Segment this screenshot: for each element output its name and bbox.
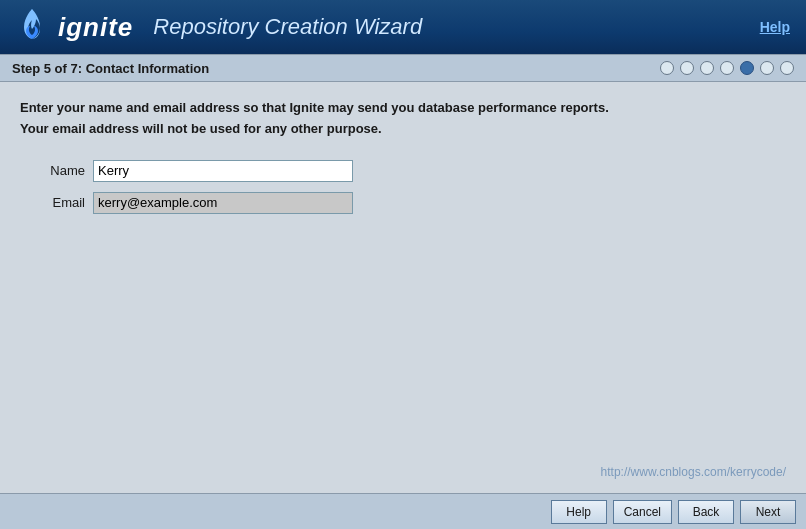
header: ignite Repository Creation Wizard Help	[0, 0, 806, 54]
step-bar: Step 5 of 7: Contact Information	[0, 54, 806, 82]
footer: Help Cancel Back Next	[0, 493, 806, 529]
step-dots	[660, 61, 794, 75]
email-row: Email	[40, 192, 786, 214]
name-input[interactable]	[93, 160, 353, 182]
watermark: http://www.cnblogs.com/kerrycode/	[601, 465, 786, 479]
step-dot-2	[680, 61, 694, 75]
step-dot-7	[780, 61, 794, 75]
logo-area: ignite Repository Creation Wizard	[16, 9, 422, 45]
form-area: Name Email	[40, 160, 786, 214]
step-dot-4	[720, 61, 734, 75]
cancel-button[interactable]: Cancel	[613, 500, 672, 524]
email-label: Email	[40, 195, 85, 210]
next-button[interactable]: Next	[740, 500, 796, 524]
back-button[interactable]: Back	[678, 500, 734, 524]
step-text: Step 5 of 7: Contact Information	[12, 61, 660, 76]
wizard-title: Repository Creation Wizard	[153, 14, 422, 40]
name-row: Name	[40, 160, 786, 182]
ignite-logo-icon	[16, 9, 48, 45]
step-dot-1	[660, 61, 674, 75]
email-input[interactable]	[93, 192, 353, 214]
logo-text: ignite	[58, 12, 133, 43]
step-dot-5	[740, 61, 754, 75]
header-help-link[interactable]: Help	[760, 19, 790, 35]
name-label: Name	[40, 163, 85, 178]
step-dot-6	[760, 61, 774, 75]
step-dot-3	[700, 61, 714, 75]
intro-line1: Enter your name and email address so tha…	[20, 98, 786, 119]
intro-text: Enter your name and email address so tha…	[20, 98, 786, 140]
intro-line2: Your email address will not be used for …	[20, 119, 786, 140]
main-content: Enter your name and email address so tha…	[0, 82, 806, 493]
help-button[interactable]: Help	[551, 500, 607, 524]
